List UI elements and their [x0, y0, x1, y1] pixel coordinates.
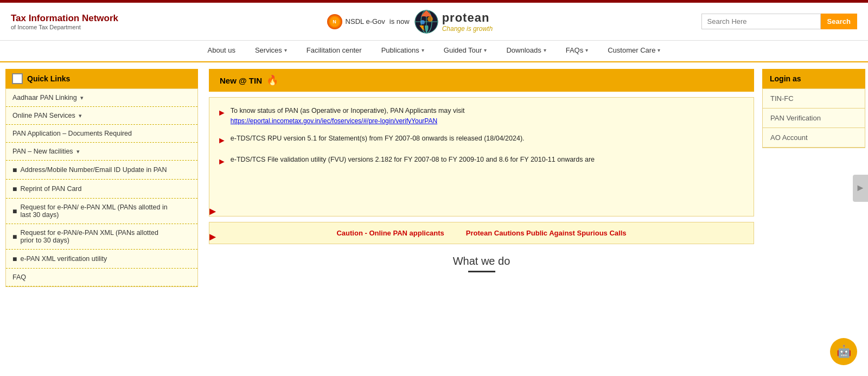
svg-point-5: [427, 16, 433, 22]
sidebar-item-epan-verify[interactable]: ■ e-PAN XML verification utility: [6, 250, 197, 269]
aadhaar-label: Aadhaar PAN Linking: [12, 94, 77, 101]
nav-label-customer-care: Customer Care: [608, 46, 655, 54]
login-item-tinfc[interactable]: TIN-FC: [763, 89, 865, 109]
protean-globe-icon: [414, 9, 439, 34]
online-pan-label: Online PAN Services: [12, 112, 75, 119]
scroll-right-button[interactable]: ►: [853, 175, 868, 202]
sidebar: Quick Links Aadhaar PAN Linking ▾ Online…: [0, 69, 203, 287]
sidebar-item-faq[interactable]: FAQ: [6, 269, 197, 286]
sidebar-icon: [12, 73, 23, 84]
faqs-dropdown-icon: ▾: [585, 47, 588, 53]
sidebar-item-epan-30days[interactable]: ■ Request for e-PAN/ e-PAN XML (PANs all…: [6, 199, 197, 224]
is-now-label: is now: [390, 17, 410, 26]
protean-text: protean Change is growth: [442, 11, 493, 33]
nav-item-facilitation[interactable]: Facilitation center: [297, 41, 372, 61]
nav-label-services: Services: [255, 46, 282, 54]
aadhaar-dropdown-icon: ▾: [80, 94, 84, 101]
org-subtitle: of Income Tax Department: [11, 24, 118, 30]
login-item-pan-verify[interactable]: PAN Verification: [763, 109, 865, 128]
sidebar-list: Aadhaar PAN Linking ▾ Online PAN Service…: [5, 88, 198, 287]
what-we-do-label: What we do: [453, 255, 510, 267]
nav-label-facilitation: Facilitation center: [307, 46, 362, 54]
pan-facilities-label: PAN – New facilities: [12, 148, 73, 155]
red-arrow-30days-icon: ►: [207, 205, 218, 218]
news-text-0: To know status of PAN (as Operative or I…: [231, 106, 465, 126]
services-dropdown-icon: ▾: [284, 47, 287, 53]
epan-verify-bullet: ■: [12, 254, 17, 263]
news-arrow-0-icon: ►: [218, 106, 226, 126]
sidebar-item-address-update[interactable]: ■ Address/Mobile Number/Email ID Update …: [6, 161, 197, 180]
nsdl-logo: N NSDL e-Gov: [327, 14, 385, 29]
search-area: Search: [701, 14, 857, 29]
main-nav: About us Services ▾ Facilitation center …: [0, 41, 868, 62]
new-tin-label: New @ TIN: [220, 76, 262, 85]
search-button[interactable]: Search: [821, 14, 857, 29]
svg-point-6: [420, 20, 425, 24]
news-item-0: ► To know status of PAN (as Operative or…: [218, 106, 745, 126]
sidebar-item-online-pan[interactable]: Online PAN Services ▾: [6, 107, 197, 125]
nav-item-downloads[interactable]: Downloads ▾: [496, 41, 556, 61]
sidebar-item-pan-facilities[interactable]: PAN – New facilities ▾: [6, 143, 197, 161]
search-input[interactable]: [701, 14, 821, 29]
pan-application-label: PAN Application – Documents Required: [12, 130, 132, 137]
new-tin-header: New @ TIN 🔥: [209, 69, 754, 92]
epan-30days-bullet: ■: [12, 207, 17, 215]
address-update-bullet: ■: [12, 165, 17, 174]
login-item-ao[interactable]: AO Account: [763, 128, 865, 148]
publications-dropdown-icon: ▾: [422, 47, 424, 53]
faq-label: FAQ: [12, 273, 26, 281]
nsdl-icon: N: [327, 14, 342, 29]
sidebar-item-epan-prior30[interactable]: ■ Request for e-PAN/e-PAN XML (PANs allo…: [6, 224, 197, 250]
nav-label-about: About us: [208, 46, 235, 54]
reprint-pan-bullet: ■: [12, 184, 17, 193]
nav-item-publications[interactable]: Publications ▾: [372, 41, 434, 61]
org-title: Tax Information Network: [11, 13, 118, 24]
caution-bar: Caution - Online PAN applicants Protean …: [209, 222, 754, 244]
protean-logo: protean Change is growth: [414, 9, 493, 34]
red-arrow-prior30-icon: ►: [207, 231, 218, 243]
customer-care-dropdown-icon: ▾: [658, 47, 660, 53]
sidebar-title: Quick Links: [27, 74, 70, 83]
nav-item-services[interactable]: Services ▾: [245, 41, 297, 61]
login-header: Login as: [762, 69, 865, 88]
news-content-0: To know status of PAN (as Operative or I…: [231, 107, 465, 114]
news-item-1: ► e-TDS/TCS RPU version 5.1 for Statemen…: [218, 133, 745, 147]
nav-label-guided-tour: Guided Tour: [444, 46, 482, 54]
nav-item-about[interactable]: About us: [198, 41, 245, 61]
tin-flame-icon: 🔥: [266, 74, 278, 86]
login-list: TIN-FC PAN Verification AO Account: [762, 88, 865, 148]
news-item-2: ► e-TDS/TCS File validation utility (FVU…: [218, 155, 745, 168]
address-update-label: Address/Mobile Number/Email ID Update in…: [20, 166, 167, 174]
news-content-1: e-TDS/TCS RPU version 5.1 for Statement(…: [231, 133, 525, 147]
online-pan-dropdown-icon: ▾: [79, 112, 82, 119]
nav-label-publications: Publications: [381, 46, 419, 54]
protean-tagline: Change is growth: [442, 25, 493, 33]
center-content: New @ TIN 🔥 ► To know status of PAN (as …: [203, 69, 760, 287]
pan-facilities-dropdown-icon: ▾: [76, 148, 80, 155]
nav-item-faqs[interactable]: FAQs ▾: [556, 41, 598, 61]
nav-label-faqs: FAQs: [566, 46, 584, 54]
top-bar: Tax Information Network of Income Tax De…: [0, 3, 868, 41]
epan-prior30-label: Request for e-PAN/e-PAN XML (PANs allott…: [20, 229, 170, 244]
nav-item-guided-tour[interactable]: Guided Tour ▾: [434, 41, 497, 61]
sidebar-item-aadhaar[interactable]: Aadhaar PAN Linking ▾: [6, 89, 197, 107]
nsdl-label: NSDL e-Gov: [346, 17, 385, 26]
news-arrow-1-icon: ►: [218, 134, 226, 147]
caution-link-2[interactable]: Protean Cautions Public Against Spurious…: [466, 229, 627, 237]
sidebar-item-pan-application[interactable]: PAN Application – Documents Required: [6, 125, 197, 143]
news-box: ► To know status of PAN (as Operative or…: [209, 97, 754, 216]
downloads-dropdown-icon: ▾: [544, 47, 546, 53]
reprint-pan-label: Reprint of PAN Card: [20, 185, 81, 193]
caution-link-1[interactable]: Caution - Online PAN applicants: [336, 229, 444, 237]
sidebar-header: Quick Links: [5, 69, 198, 88]
nav-item-customer-care[interactable]: Customer Care ▾: [598, 41, 670, 61]
what-we-do: What we do: [209, 244, 754, 275]
brand-area: N NSDL e-Gov is now protean: [327, 9, 493, 34]
news-link-0[interactable]: https://eportal.incometax.gov.in/iec/fos…: [231, 116, 465, 126]
news-content-2: e-TDS/TCS File validation utility (FVU) …: [231, 155, 595, 168]
protean-name: protean: [442, 11, 493, 25]
nav-label-downloads: Downloads: [506, 46, 541, 54]
sidebar-item-reprint-pan[interactable]: ■ Reprint of PAN Card: [6, 180, 197, 199]
epan-prior30-bullet: ■: [12, 232, 17, 241]
epan-30days-label: Request for e-PAN/ e-PAN XML (PANs allot…: [20, 203, 170, 219]
